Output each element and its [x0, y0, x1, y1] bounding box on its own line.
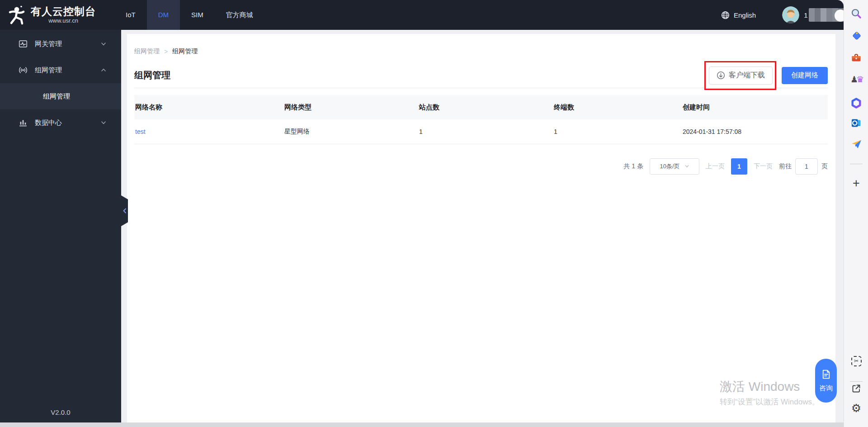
page-size-value: 10条/页 — [660, 162, 679, 171]
top-header: 有人云控制台 www.usr.cn IoT DM SIM 官方商城 Englis… — [0, 0, 844, 30]
goto-label: 前往 — [779, 162, 792, 171]
page-header-row: 组网管理 客户端下载 创建网络 — [134, 63, 828, 88]
outlook-icon[interactable] — [844, 115, 868, 131]
drop-icon[interactable] — [844, 136, 868, 152]
col-terminal-count: 终端数 — [553, 95, 682, 119]
main-area: 组网管理 > 组网管理 组网管理 客户端下载 — [121, 30, 844, 422]
breadcrumb-parent[interactable]: 组网管理 — [134, 47, 160, 56]
page-title: 组网管理 — [134, 69, 170, 81]
top-nav: IoT DM SIM 官方商城 — [114, 0, 264, 30]
goto-page: 前往 页 — [779, 158, 828, 175]
breadcrumb-separator: > — [164, 48, 168, 55]
version-label: V2.0.0 — [0, 408, 121, 416]
globe-icon — [721, 11, 730, 19]
col-network-type: 网络类型 — [283, 95, 418, 119]
username[interactable]: 1 — [804, 11, 807, 19]
sidebar-item-label: 数据中心 — [35, 119, 62, 127]
chevron-down-icon — [100, 41, 107, 47]
screenshot-icon[interactable]: ✂ — [844, 353, 868, 369]
annotation-red-box: 客户端下载 — [704, 61, 776, 90]
col-network-name: 网络名称 — [134, 95, 283, 119]
col-site-count: 站点数 — [418, 95, 553, 119]
bar-chart-icon — [18, 118, 28, 128]
consult-float-button[interactable]: 咨询 — [815, 359, 837, 403]
consult-label: 咨询 — [819, 384, 833, 393]
sidebar-item-label: 组网管理 — [35, 66, 62, 75]
goto-suffix: 页 — [821, 162, 828, 171]
sidebar-subitem-networking[interactable]: 组网管理 — [0, 83, 121, 109]
cell-terminal-count: 1 — [553, 119, 682, 144]
chevron-down-icon — [100, 119, 107, 126]
app-subtitle: www.usr.cn — [48, 17, 78, 24]
microsoft-365-icon[interactable] — [844, 95, 868, 111]
chevron-up-icon — [100, 67, 107, 73]
tools-icon[interactable] — [844, 50, 868, 66]
tab-sim[interactable]: SIM — [180, 0, 215, 30]
avatar[interactable] — [782, 6, 799, 24]
page-actions: 客户端下载 创建网络 — [704, 61, 828, 90]
network-table: 网络名称 网络类型 站点数 终端数 创建时间 test 星型网络 1 1 — [134, 95, 828, 144]
app-title: 有人云控制台 — [31, 5, 96, 17]
page-number-active[interactable]: 1 — [731, 158, 747, 175]
cell-create-time: 2024-01-31 17:57:08 — [682, 119, 828, 144]
header-right: English 1 — [721, 0, 844, 30]
settings-icon[interactable]: ⚙ — [844, 401, 868, 415]
logo[interactable]: 有人云控制台 www.usr.cn — [7, 0, 96, 30]
sidebar-item-label: 网关管理 — [35, 40, 62, 48]
search-icon[interactable] — [844, 6, 868, 21]
chevron-down-icon — [684, 164, 689, 169]
col-create-time: 创建时间 — [682, 95, 828, 119]
cell-site-count: 1 — [418, 119, 553, 144]
client-download-label: 客户端下载 — [729, 71, 765, 80]
tab-iot[interactable]: IoT — [114, 0, 147, 30]
app-window: 有人云控制台 www.usr.cn IoT DM SIM 官方商城 Englis… — [0, 0, 844, 427]
tab-shop[interactable]: 官方商城 — [215, 0, 264, 30]
censor-artifact-dot — [835, 9, 844, 22]
language-switch[interactable]: English — [734, 11, 756, 19]
content-card: 组网管理 > 组网管理 组网管理 客户端下载 — [127, 34, 835, 422]
browser-sidebar: ♟♛ + — [844, 0, 868, 427]
open-in-browser-icon[interactable] — [844, 382, 868, 395]
sidebar-collapse-handle[interactable] — [121, 195, 128, 226]
sidebar: 网关管理 组网管理 组网管理 — [0, 30, 121, 422]
tab-dm[interactable]: DM — [147, 0, 180, 30]
sidebar-item-gateway[interactable]: 网关管理 — [0, 31, 121, 57]
pagination: 共 1 条 10条/页 上一页 1 下一页 前往 页 — [134, 158, 828, 175]
table-header-row: 网络名称 网络类型 站点数 终端数 创建时间 — [134, 95, 828, 119]
horizontal-scrollbar[interactable] — [0, 422, 844, 427]
breadcrumb: 组网管理 > 组网管理 — [134, 34, 828, 56]
games-icon[interactable]: ♟♛ — [844, 71, 868, 87]
create-network-button[interactable]: 创建网络 — [782, 67, 828, 84]
table-row: test 星型网络 1 1 2024-01-31 17:57:08 — [134, 119, 828, 144]
sidebar-item-networking[interactable]: 组网管理 — [0, 57, 121, 83]
chevron-left-icon — [123, 208, 127, 214]
total-count: 共 1 条 — [623, 162, 643, 171]
add-icon[interactable]: + — [844, 176, 868, 191]
network-name-link[interactable]: test — [135, 128, 146, 135]
gateway-icon — [18, 39, 28, 49]
page-size-select[interactable]: 10条/页 — [650, 158, 699, 175]
sidebar-item-datacenter[interactable]: 数据中心 — [0, 109, 121, 136]
goto-page-input[interactable] — [795, 158, 818, 175]
shopping-icon[interactable] — [844, 28, 868, 43]
breadcrumb-current: 组网管理 — [172, 47, 198, 56]
signal-icon — [18, 65, 28, 75]
client-download-button[interactable]: 客户端下载 — [709, 66, 773, 85]
next-page-button[interactable]: 下一页 — [754, 162, 773, 171]
document-icon — [821, 369, 832, 380]
prev-page-button[interactable]: 上一页 — [706, 162, 725, 171]
screen: 有人云控制台 www.usr.cn IoT DM SIM 官方商城 Englis… — [0, 0, 868, 427]
download-icon — [717, 71, 725, 80]
cell-network-type: 星型网络 — [283, 119, 418, 144]
sidebar-divider — [850, 164, 863, 164]
usr-person-icon — [7, 5, 26, 25]
